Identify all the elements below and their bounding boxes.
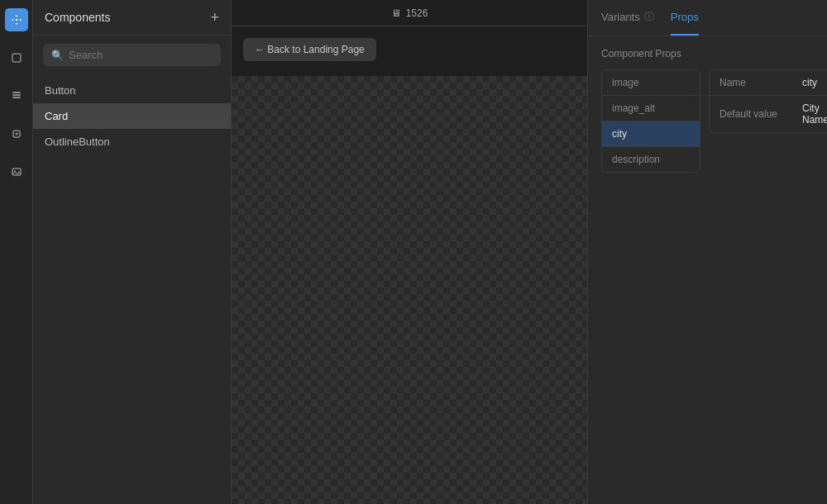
component-item-card[interactable]: Card (33, 103, 231, 129)
prop-row-description[interactable]: description (602, 147, 700, 172)
panel-header: Components + (33, 0, 231, 36)
svg-rect-3 (12, 97, 21, 98)
prop-rows-wrapper: image image_alt city description (601, 69, 700, 173)
prop-default-label: Default value (710, 102, 792, 126)
tab-props-label: Props (671, 11, 699, 23)
right-panel-tabs: Variants ⓘ Props (588, 0, 827, 36)
svg-rect-2 (12, 94, 21, 96)
svg-rect-7 (12, 169, 21, 175)
image-button[interactable] (5, 160, 28, 183)
prop-detail-wrapper: Name city Default value City Name (709, 69, 827, 133)
props-detail: Name city Default value City Name (709, 69, 827, 173)
prop-row-city[interactable]: city (602, 121, 700, 147)
component-button[interactable] (5, 122, 28, 145)
props-section-title: Component Props (601, 48, 814, 59)
svg-rect-6 (15, 133, 17, 136)
checkerboard-bg (232, 76, 587, 504)
prop-name-value: city (792, 70, 827, 95)
props-list: image image_alt city description (601, 69, 700, 173)
layers-button[interactable] (5, 84, 28, 107)
svg-rect-0 (16, 19, 17, 21)
props-layout: image image_alt city description (601, 69, 814, 173)
main-canvas-area: 🖥 1526 ← Back to Landing Page Card 🔗 (232, 0, 587, 504)
resolution-label: 1526 (406, 7, 428, 19)
prop-detail-default: Default value City Name (710, 96, 827, 132)
prop-image-alt-label: image_alt (602, 96, 685, 121)
right-panel: Variants ⓘ Props Component Props image i… (587, 0, 827, 504)
prop-name-label: Name (710, 70, 792, 95)
prop-default-value: City Name (792, 96, 827, 132)
prop-city-label: city (602, 121, 685, 146)
prop-detail-name: Name city (710, 70, 827, 96)
info-icon: ⓘ (644, 10, 654, 24)
component-item-button[interactable]: Button (33, 78, 231, 103)
search-input[interactable] (69, 49, 213, 61)
component-item-outlinebutton[interactable]: OutlineButton (33, 129, 231, 155)
back-button[interactable]: ← Back to Landing Page (243, 38, 376, 61)
props-section: Component Props image image_alt city des… (588, 36, 827, 184)
components-panel: Components + 🔍 Button Card OutlineButton (33, 0, 232, 504)
search-icon: 🔍 (51, 50, 64, 61)
move-tool-button[interactable] (5, 8, 28, 31)
prop-row-image[interactable]: image (602, 70, 700, 96)
component-list: Button Card OutlineButton (33, 74, 231, 158)
tab-variants[interactable]: Variants ⓘ (601, 0, 654, 36)
tab-props[interactable]: Props (671, 0, 699, 36)
prop-row-image-alt[interactable]: image_alt (602, 96, 700, 121)
panel-title: Components (45, 11, 110, 24)
icon-sidebar (0, 0, 33, 504)
cursor-tool-button[interactable] (5, 46, 28, 69)
resolution-indicator: 🖥 1526 (391, 7, 428, 19)
prop-image-label: image (602, 70, 685, 95)
prop-description-label: description (602, 147, 685, 172)
monitor-icon: 🖥 (391, 7, 401, 19)
svg-rect-1 (12, 54, 21, 62)
tab-variants-label: Variants (601, 11, 640, 23)
svg-rect-4 (12, 92, 21, 93)
top-bar: 🖥 1526 (232, 0, 587, 26)
canvas: ← Back to Landing Page Card 🔗 (232, 26, 587, 504)
add-component-button[interactable]: + (210, 10, 219, 25)
search-box: 🔍 (43, 44, 221, 66)
